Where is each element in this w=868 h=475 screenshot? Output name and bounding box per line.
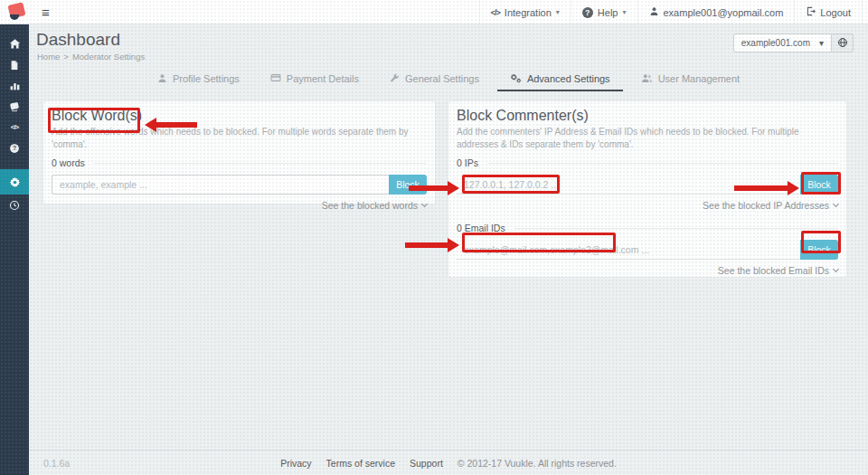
credit-card-icon — [270, 72, 281, 85]
question-circle-icon: ? — [9, 143, 20, 154]
settings-tabs: Profile Settings Payment Details General… — [29, 68, 868, 91]
block-words-button[interactable]: Block — [389, 175, 427, 195]
page-title: Dashboard — [36, 30, 120, 50]
block-commenters-title: Block Commenter(s) — [457, 108, 838, 124]
code-icon: </> — [11, 123, 19, 131]
sidebar-item-integration[interactable]: </> — [0, 117, 29, 138]
caret-down-icon: ▾ — [622, 8, 626, 16]
users-icon — [641, 73, 653, 85]
sidebar-item-history[interactable] — [0, 195, 29, 215]
footer: 0.1.6a Privacy Terms of service Support … — [29, 450, 868, 475]
block-commenters-panel: Block Commenter(s) Add the commenters' I… — [448, 101, 846, 277]
terms-link[interactable]: Terms of service — [326, 458, 395, 469]
logout-button[interactable]: Logout — [794, 0, 863, 24]
see-blocked-words-link[interactable]: See the blocked words — [52, 200, 427, 211]
tab-payment-details[interactable]: Payment Details — [258, 68, 372, 91]
help-menu[interactable]: ? Help ▾ — [571, 0, 637, 24]
caret-down-icon: ▾ — [819, 38, 824, 48]
user-account-menu[interactable]: example001@yopmail.com — [637, 0, 795, 24]
user-email: example001@yopmail.com — [664, 7, 784, 18]
top-navbar: ≡ </> Integration ▾ ? Help ▾ example001@… — [0, 0, 868, 24]
sidebar-item-moderation[interactable] — [0, 54, 29, 75]
sidebar-item-analytics[interactable] — [0, 75, 29, 96]
privacy-link[interactable]: Privacy — [280, 458, 311, 469]
user-icon — [157, 73, 167, 85]
breadcrumb: Home>Moderator Settings — [37, 52, 145, 62]
sidebar-item-help[interactable]: ? — [0, 138, 29, 158]
tab-user-management[interactable]: User Management — [628, 68, 753, 91]
integration-menu[interactable]: </> Integration ▾ — [479, 0, 571, 24]
chevron-down-icon — [833, 266, 839, 272]
sidebar-item-vuukle[interactable] — [0, 96, 29, 117]
block-emails-input[interactable] — [457, 240, 800, 260]
block-words-input[interactable] — [52, 175, 389, 195]
block-emails-button[interactable]: Block — [800, 240, 838, 260]
tab-general-settings[interactable]: General Settings — [377, 68, 492, 91]
caret-down-icon: ▾ — [556, 8, 560, 16]
block-words-description: Add the offensive words which needs to b… — [52, 126, 427, 150]
globe-button[interactable] — [832, 33, 854, 52]
gear-icon — [9, 176, 21, 188]
left-sidebar: </> ? — [0, 24, 29, 475]
see-blocked-ips-link[interactable]: See the blocked IP Addresses — [457, 200, 838, 211]
question-icon: ? — [582, 7, 593, 18]
breadcrumb-home[interactable]: Home — [37, 52, 60, 62]
help-label: Help — [598, 7, 618, 18]
chevron-down-icon — [833, 201, 839, 207]
user-icon — [649, 6, 659, 18]
block-ips-input[interactable] — [457, 175, 800, 195]
block-ips-button[interactable]: Block — [800, 175, 838, 195]
emails-count: 0 Email IDs — [457, 223, 838, 233]
vuukle-logo-icon[interactable] — [8, 3, 27, 20]
clock-icon — [9, 200, 20, 211]
version-label: 0.1.6a — [43, 458, 70, 469]
document-icon — [9, 60, 20, 71]
domain-selector[interactable]: example001.com ▾ — [733, 33, 832, 52]
breadcrumb-current: Moderator Settings — [72, 52, 145, 62]
integration-label: Integration — [505, 7, 552, 18]
block-words-title: Block Word(s) — [52, 108, 427, 124]
sidebar-item-home[interactable] — [0, 33, 29, 54]
sidebar-item-settings[interactable] — [0, 169, 29, 195]
globe-icon — [837, 35, 848, 52]
words-count: 0 words — [52, 157, 427, 168]
chevron-down-icon — [421, 201, 428, 207]
cogs-icon — [510, 72, 522, 85]
copyright-text: © 2012-17 Vuukle. All rights reserved. — [458, 458, 617, 469]
ips-count: 0 IPs — [457, 157, 838, 168]
wrench-icon — [390, 73, 400, 85]
block-words-panel: Block Word(s) Add the offensive words wh… — [43, 101, 435, 204]
sign-out-icon — [806, 6, 816, 18]
logout-label: Logout — [820, 7, 851, 18]
annotation-arrow-email-input — [405, 242, 448, 248]
svg-text:?: ? — [13, 145, 16, 151]
block-commenters-description: Add the commenters' IP Address & Email I… — [457, 126, 838, 150]
support-link[interactable]: Support — [410, 458, 443, 469]
hamburger-menu-icon[interactable]: ≡ — [42, 5, 50, 19]
domain-value: example001.com — [741, 38, 810, 48]
tab-profile-settings[interactable]: Profile Settings — [145, 68, 252, 91]
see-blocked-emails-link[interactable]: See the blocked Email IDs — [457, 265, 838, 276]
home-icon — [9, 38, 21, 50]
stack-icon — [8, 100, 21, 113]
code-icon: </> — [491, 8, 500, 17]
app-window: ≡ </> Integration ▾ ? Help ▾ example001@… — [0, 0, 868, 475]
tab-advanced-settings[interactable]: Advanced Settings — [497, 68, 623, 91]
bar-chart-icon — [9, 80, 21, 91]
